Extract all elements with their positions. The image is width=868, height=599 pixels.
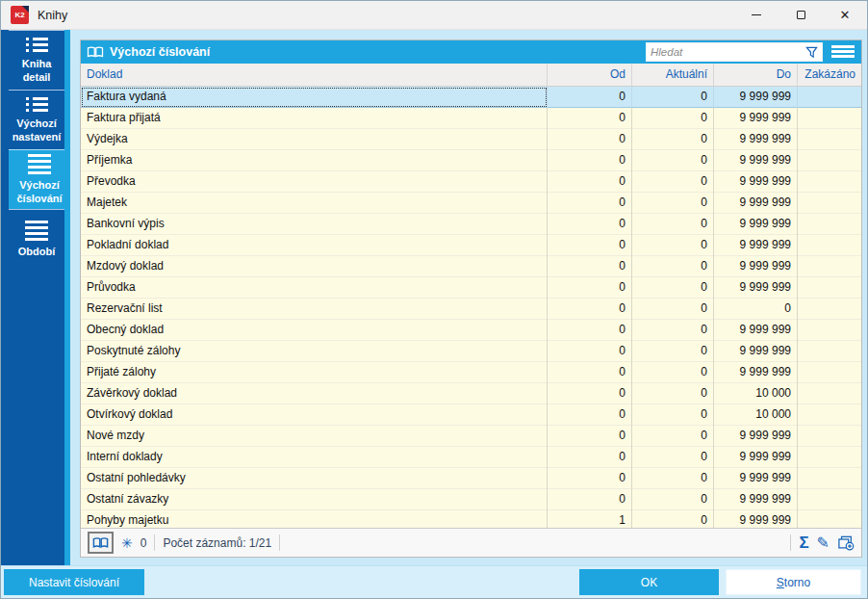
column-header[interactable]: Aktuální (632, 64, 714, 86)
sum-icon[interactable]: Σ (799, 534, 808, 551)
status-bar: ✳ 0 Počet záznamů: 1/21 Σ ✎ (81, 528, 861, 557)
duplicate-record-icon[interactable] (837, 535, 855, 551)
divider (279, 534, 280, 551)
cell-doklad: Převodka (81, 171, 548, 193)
table-row[interactable]: Majetek009 999 999 (81, 193, 861, 214)
content-area: Kniha detailVýchozí nastaveníVýchozí čís… (1, 30, 867, 565)
cell-doklad: Přijaté zálohy (81, 362, 548, 383)
cell-value (798, 277, 861, 299)
panel-title: Výchozí číslování (110, 45, 210, 59)
cell-doklad: Faktura přijatá (81, 108, 548, 129)
table-row[interactable]: Průvodka009 999 999 (81, 277, 861, 299)
cell-value: 0 (548, 214, 632, 235)
table-row[interactable]: Převodka009 999 999 (81, 171, 861, 193)
search-input[interactable] (647, 43, 805, 61)
cell-value: 9 999 999 (714, 150, 798, 171)
cell-value: 0 (632, 510, 714, 528)
sidebar-item-label: Kniha detail (9, 58, 64, 85)
table-row[interactable]: Pokladní doklad009 999 999 (81, 235, 861, 256)
cell-value: 9 999 999 (714, 426, 798, 447)
cell-value (798, 341, 861, 362)
table-row[interactable]: Ostatní pohledávky009 999 999 (81, 468, 861, 489)
close-button[interactable]: ✕ (823, 1, 867, 30)
table-row[interactable]: Závěrkový doklad0010 000 (81, 383, 861, 404)
record-count-label: Počet záznamů: 1/21 (163, 536, 271, 550)
cell-value: 0 (632, 235, 714, 256)
table-row[interactable]: Pohyby majetku109 999 999 (81, 510, 861, 528)
table-row[interactable]: Nové mzdy009 999 999 (81, 426, 861, 447)
cell-value: 0 (632, 447, 714, 468)
titlebar: K2 Knihy ✕ (1, 1, 867, 30)
book-view-button[interactable] (88, 532, 114, 554)
table-row[interactable]: Interní doklady009 999 999 (81, 447, 861, 468)
cell-value: 0 (548, 404, 632, 426)
column-header[interactable]: Od (548, 64, 632, 86)
cell-value: 0 (548, 108, 632, 129)
column-header[interactable]: Doklad (81, 64, 548, 86)
cell-value: 0 (548, 129, 632, 150)
table-header-row: DokladOdAktuálníDoZakázáno (81, 64, 861, 87)
cell-doklad: Průvodka (81, 277, 548, 299)
cancel-button[interactable]: Storno (726, 569, 861, 595)
filter-icon[interactable] (805, 46, 818, 59)
column-header[interactable]: Do (714, 64, 798, 86)
cell-value: 10 000 (714, 404, 798, 426)
breakpoint-icon[interactable]: ✳ (121, 536, 133, 550)
table-row[interactable]: Rezervační list000 (81, 299, 861, 320)
table-row[interactable]: Ostatní závazky009 999 999 (81, 489, 861, 510)
cell-value: 0 (548, 447, 632, 468)
sidebar-item-label: Výchozí číslování (9, 179, 70, 206)
minimize-icon (752, 14, 761, 15)
breakpoint-count: 0 (140, 536, 147, 550)
cell-doklad: Pokladní doklad (81, 235, 548, 256)
table-row[interactable]: Výdejka009 999 999 (81, 129, 861, 150)
table-row[interactable]: Otvírkový doklad0010 000 (81, 404, 861, 426)
cell-value: 0 (632, 489, 714, 510)
table-row[interactable]: Obecný doklad009 999 999 (81, 320, 861, 341)
cell-value: 0 (632, 150, 714, 171)
cell-doklad: Interní doklady (81, 447, 548, 468)
cell-doklad: Ostatní pohledávky (81, 468, 548, 489)
table-row[interactable]: Bankovní výpis009 999 999 (81, 214, 861, 235)
sidebar-item-1[interactable]: Kniha detail (9, 30, 64, 90)
table-row[interactable]: Příjemka009 999 999 (81, 150, 861, 171)
sidebar-item-label: Období (18, 246, 56, 259)
book-icon (92, 536, 109, 549)
cell-value: 0 (548, 468, 632, 489)
table-row[interactable]: Faktura přijatá009 999 999 (81, 108, 861, 129)
minimize-button[interactable] (734, 1, 779, 30)
cell-value: 0 (548, 277, 632, 299)
cell-value (798, 150, 861, 171)
sidebar-item-4[interactable]: Období (9, 209, 64, 269)
cell-doklad: Výdejka (81, 129, 548, 150)
column-header[interactable]: Zakázáno (798, 64, 861, 86)
table-row[interactable]: Faktura vydaná009 999 999 (81, 87, 861, 108)
cell-value: 0 (548, 87, 632, 108)
set-numbering-button[interactable]: Nastavit číslování (4, 569, 144, 595)
cell-value (798, 171, 861, 193)
cell-value: 0 (632, 468, 714, 489)
sidebar-item-3[interactable]: Výchozí číslování (9, 149, 70, 209)
ok-button[interactable]: OK (579, 569, 719, 595)
maximize-button[interactable] (779, 1, 823, 30)
cell-value: 9 999 999 (714, 468, 798, 489)
main-area: Výchozí číslování DokladOdAktuálníDoZaká… (70, 30, 867, 565)
cell-doklad: Pohyby majetku (81, 510, 548, 528)
cell-value: 0 (548, 362, 632, 383)
cell-value (798, 108, 861, 129)
table-row[interactable]: Mzdový doklad009 999 999 (81, 256, 861, 277)
numbering-panel: Výchozí číslování DokladOdAktuálníDoZaká… (80, 39, 862, 558)
sidebar-item-2[interactable]: Výchozí nastavení (9, 90, 64, 149)
cell-doklad: Obecný doklad (81, 320, 548, 341)
cell-doklad: Poskytnuté zálohy (81, 341, 548, 362)
edit-pencil-icon[interactable]: ✎ (817, 535, 830, 551)
cell-value (798, 404, 861, 426)
panel-menu-icon[interactable] (831, 45, 855, 58)
table-row[interactable]: Přijaté zálohy009 999 999 (81, 362, 861, 383)
table-row[interactable]: Poskytnuté zálohy009 999 999 (81, 341, 861, 362)
cell-value: 0 (632, 299, 714, 320)
cell-doklad: Mzdový doklad (81, 256, 548, 277)
cell-value (798, 235, 861, 256)
sidebar-item-label: Výchozí nastavení (9, 117, 64, 144)
cell-value: 0 (632, 362, 714, 383)
